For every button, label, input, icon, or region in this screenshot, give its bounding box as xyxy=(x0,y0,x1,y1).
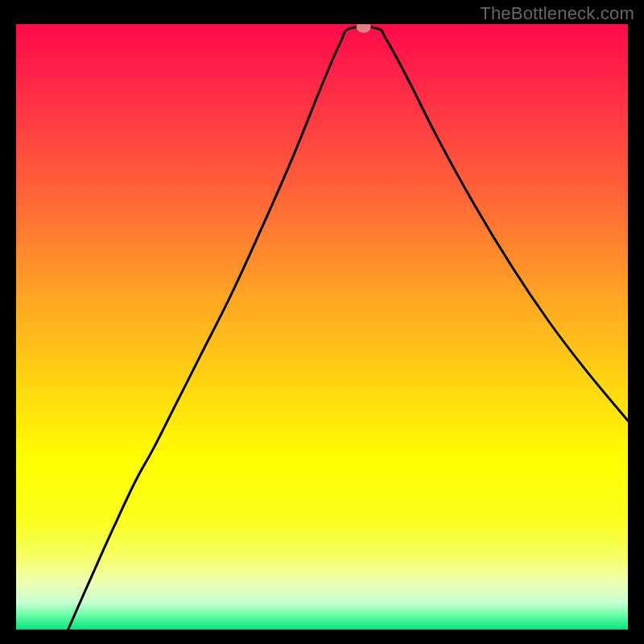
plot-area xyxy=(16,24,628,630)
chart-svg xyxy=(16,24,628,630)
watermark-text: TheBottleneck.com xyxy=(480,3,634,24)
chart-frame: TheBottleneck.com xyxy=(0,0,644,644)
